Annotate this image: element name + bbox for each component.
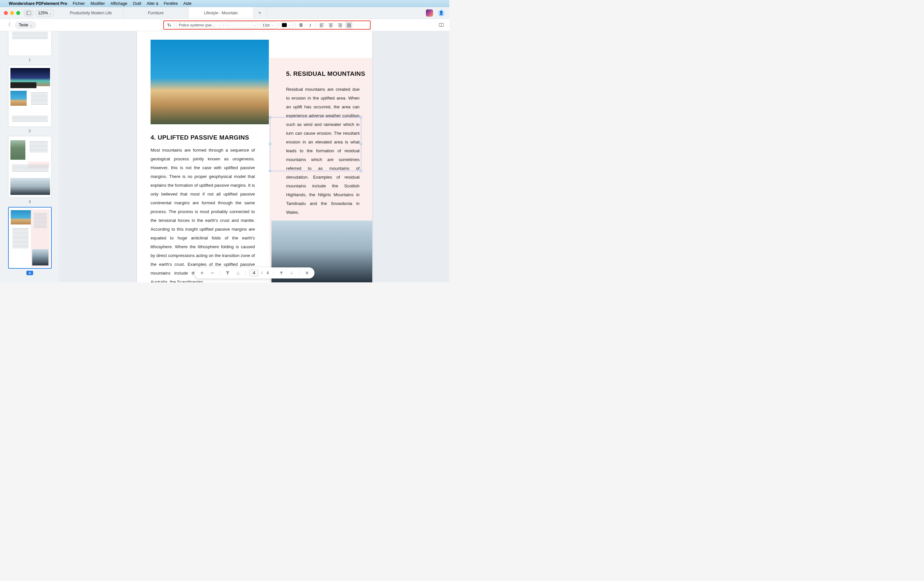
arrow-down-bar-icon [236, 271, 240, 275]
tab-furniture[interactable]: Furniture [124, 7, 188, 18]
selection-handle[interactable] [360, 116, 362, 118]
back-button[interactable]: 〈 [5, 22, 12, 29]
bold-icon: B [299, 22, 303, 28]
tab-lifestyle-mountain[interactable]: Lifestyle - Mountain [188, 7, 254, 18]
selection-handle[interactable] [269, 143, 271, 145]
align-justify-button[interactable] [345, 22, 352, 29]
close-window-button[interactable] [4, 11, 8, 15]
color-swatch [282, 23, 287, 27]
minimize-window-button[interactable] [10, 11, 14, 15]
close-icon [305, 271, 310, 275]
menu-help[interactable]: Aide [183, 1, 191, 6]
close-pagenav-button[interactable] [303, 269, 312, 277]
book-icon [439, 22, 444, 27]
page-navigation-bar: / 4 [195, 267, 314, 278]
macos-menubar: Wondershare PDFelement Pro Fichier Modif… [0, 0, 449, 7]
align-center-icon [328, 23, 333, 28]
heading-residual-mountains[interactable]: 5. RESIDUAL MOUNTAINS [286, 70, 365, 78]
page-thumbnail-1[interactable] [8, 31, 52, 56]
selection-handle[interactable] [360, 143, 362, 145]
zoom-dropdown[interactable]: 125% [36, 10, 54, 16]
app-logo-icon[interactable] [426, 10, 433, 17]
menu-tool[interactable]: Outil [133, 1, 142, 6]
selection-handle[interactable] [269, 116, 271, 118]
first-page-button[interactable] [223, 269, 232, 277]
tab-label: Furniture [148, 11, 163, 15]
plus-icon: ＋ [257, 10, 262, 16]
menu-view[interactable]: Affichage [111, 1, 127, 6]
align-right-button[interactable] [336, 22, 343, 29]
chevron-left-icon: 〈 [5, 22, 11, 28]
menu-edit[interactable]: Modifier [91, 1, 105, 6]
italic-button[interactable]: I [307, 22, 314, 29]
thumbnail-label: 2 [29, 129, 31, 133]
page-thumbnail-2[interactable] [8, 65, 52, 127]
align-right-icon [337, 23, 342, 28]
page-separator: / [261, 271, 262, 275]
mode-label: Texte [19, 23, 28, 27]
last-page-button[interactable] [234, 269, 242, 277]
separator [174, 22, 175, 28]
document-page[interactable]: 4. UPLIFTED PASSIVE MARGINS Most mountai… [137, 31, 372, 282]
chevron-down-icon: ⌄ [289, 23, 291, 26]
chevron-down-icon [30, 23, 32, 27]
chevron-down-icon: ⌄ [219, 23, 221, 26]
zoom-out-button[interactable] [208, 269, 216, 277]
text-format-toolbar-highlight: Police système (par… ⌄ - ⌄ 12pt ⌄ ⌄ B I [163, 20, 371, 30]
align-center-button[interactable] [327, 22, 334, 29]
fullscreen-window-button[interactable] [16, 11, 20, 15]
zoom-value: 125% [38, 11, 48, 15]
tab-productivity[interactable]: Productivity Modern Life [59, 7, 124, 18]
separator [220, 270, 220, 276]
mode-dropdown[interactable]: Texte [15, 21, 36, 29]
prev-page-button[interactable] [277, 269, 286, 277]
add-text-icon [167, 23, 172, 28]
document-canvas[interactable]: 4. UPLIFTED PASSIVE MARGINS Most mountai… [60, 31, 449, 282]
page-number-input[interactable] [249, 269, 259, 276]
arrow-down-icon [290, 271, 294, 275]
font-family-value: Police système (par… [179, 23, 217, 27]
align-left-icon [319, 23, 324, 28]
page-image-mountain-1[interactable] [150, 40, 269, 124]
menu-window[interactable]: Fenêtre [164, 1, 178, 6]
add-text-button[interactable] [165, 22, 172, 29]
font-family-dropdown[interactable]: Police système (par… ⌄ [177, 22, 224, 28]
plus-icon [200, 271, 204, 275]
sidebar-toggle-button[interactable] [24, 10, 33, 16]
align-left-button[interactable] [318, 22, 325, 29]
thumbnail-panel[interactable]: 1 2 3 [0, 31, 60, 282]
font-style-dropdown[interactable]: - ⌄ [226, 22, 258, 28]
menu-file[interactable]: Fichier [73, 1, 85, 6]
font-color-dropdown[interactable]: ⌄ [280, 22, 293, 28]
main-area: 1 2 3 [0, 31, 449, 282]
selection-handle[interactable] [360, 170, 362, 172]
reading-mode-button[interactable] [437, 22, 445, 29]
text-selection-box[interactable] [270, 117, 361, 171]
text-toolbar: 〈 Texte Police système (par… ⌄ - ⌄ 12pt … [0, 19, 449, 31]
thumbnail-label: 3 [29, 200, 31, 204]
page-thumbnail-4[interactable] [8, 207, 52, 269]
page-thumbnail-3[interactable] [8, 136, 52, 198]
next-page-button[interactable] [288, 269, 296, 277]
arrow-up-icon [279, 271, 284, 275]
bold-button[interactable]: B [297, 22, 305, 29]
chevron-down-icon: ⌄ [271, 23, 274, 26]
app-name[interactable]: Wondershare PDFelement Pro [9, 1, 67, 6]
window-titlebar: 125% Productivity Modern Life Furniture … [0, 7, 449, 19]
minus-icon [210, 271, 214, 275]
body-text-left[interactable]: Most mountains are formed through a sequ… [150, 146, 255, 282]
thumbnail-label: 1 [29, 58, 31, 62]
font-size-dropdown[interactable]: 12pt ⌄ [260, 22, 278, 28]
zoom-in-button[interactable] [198, 269, 206, 277]
tab-label: Lifestyle - Mountain [204, 11, 238, 15]
separator [299, 270, 300, 276]
window-controls [0, 11, 24, 15]
heading-uplifted-passive-margins[interactable]: 4. UPLIFTED PASSIVE MARGINS [150, 134, 249, 141]
selection-handle[interactable] [269, 170, 271, 172]
separator [274, 270, 274, 276]
font-size-value: 12pt [262, 23, 269, 27]
menu-goto[interactable]: Aller à [147, 1, 158, 6]
page-total: 4 [265, 271, 271, 275]
account-button[interactable]: 👤 [437, 10, 445, 17]
new-tab-button[interactable]: ＋ [254, 7, 267, 18]
